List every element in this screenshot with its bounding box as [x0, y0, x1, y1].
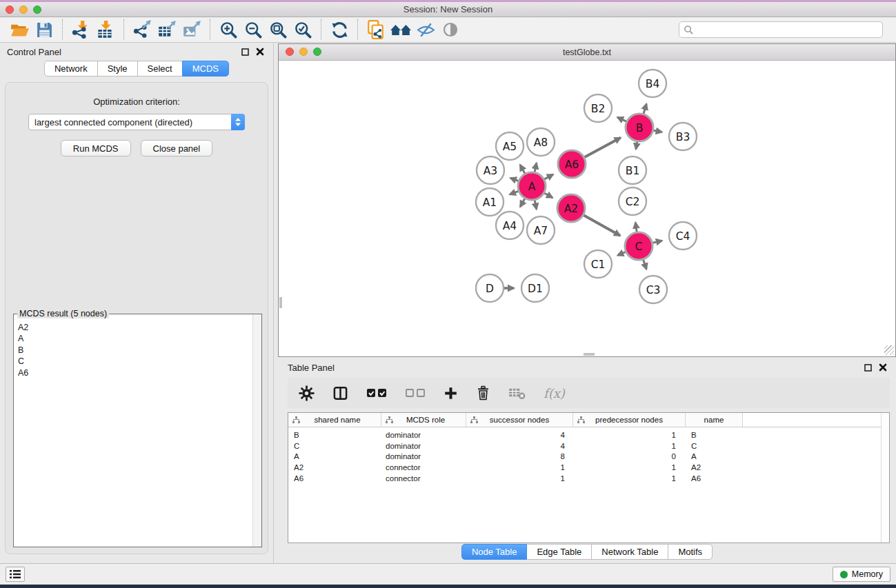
table-cell[interactable]: C: [686, 442, 743, 450]
mcds-result-item[interactable]: C: [18, 356, 261, 367]
graph-edge-A-A2[interactable]: [544, 193, 552, 198]
column-header-predecessor-nodes[interactable]: predecessor nodes: [573, 413, 686, 427]
mcds-list-scrollbar[interactable]: [252, 314, 261, 547]
graph-edge-A2-C[interactable]: [584, 215, 620, 236]
save-session-button[interactable]: [34, 19, 54, 40]
zoom-in-button[interactable]: [218, 19, 239, 40]
network-window-titlebar[interactable]: testGlobe.txt: [279, 44, 895, 61]
column-header-shared-name[interactable]: shared name: [288, 413, 381, 427]
graph-edge-C-C2[interactable]: [635, 223, 637, 232]
tab-edge-table[interactable]: Edge Table: [526, 544, 592, 560]
deselect-all-button[interactable]: [405, 387, 426, 398]
graph-edge-A-A1[interactable]: [510, 191, 518, 194]
table-row[interactable]: Cdominator41C: [288, 440, 889, 452]
export-image-button[interactable]: [181, 19, 202, 40]
graph-edge-A-A3[interactable]: [510, 178, 519, 181]
table-cell[interactable]: A6: [686, 474, 743, 483]
table-cell[interactable]: 1: [573, 442, 686, 450]
graph-node-B[interactable]: B: [626, 114, 653, 141]
show-panels-button[interactable]: [440, 19, 461, 40]
table-cell[interactable]: dominator: [381, 431, 466, 439]
table-cell[interactable]: dominator: [381, 452, 466, 460]
tab-mcds[interactable]: MCDS: [182, 61, 229, 77]
table-cell[interactable]: 1: [466, 474, 573, 483]
table-cell[interactable]: dominator: [381, 442, 466, 450]
table-row[interactable]: Bdominator41B: [288, 429, 889, 440]
delete-table-button[interactable]: [508, 387, 526, 400]
close-panel-button[interactable]: [254, 46, 266, 57]
graph-node-C1[interactable]: C1: [584, 250, 612, 278]
table-cell[interactable]: connector: [381, 474, 466, 483]
column-header-mcds-role[interactable]: MCDS role: [381, 413, 466, 427]
hide-panels-button[interactable]: [415, 19, 436, 40]
table-row[interactable]: A2connector11A2: [288, 462, 889, 473]
minimize-network-button[interactable]: [299, 48, 308, 56]
tab-network-table[interactable]: Network Table: [591, 544, 668, 560]
graph-node-B3[interactable]: B3: [669, 123, 697, 150]
column-visibility-button[interactable]: [332, 385, 348, 401]
graph-edge-B-B4[interactable]: [644, 104, 646, 114]
search-field[interactable]: [679, 21, 883, 38]
graph-edge-C-C3[interactable]: [644, 260, 647, 270]
table-cell[interactable]: C: [288, 442, 381, 450]
float-table-panel-button[interactable]: [862, 362, 874, 373]
zoom-selected-button[interactable]: [292, 19, 313, 40]
column-header-successor-nodes[interactable]: successor nodes: [466, 413, 573, 427]
graph-node-D1[interactable]: D1: [521, 274, 549, 302]
graph-node-C2[interactable]: C2: [619, 187, 646, 215]
close-table-panel-button[interactable]: [877, 362, 889, 373]
graph-edge-B-B3[interactable]: [654, 130, 662, 132]
float-panel-button[interactable]: [239, 46, 251, 57]
zoom-window-button[interactable]: [33, 6, 41, 14]
table-cell[interactable]: A: [288, 452, 381, 460]
table-cell[interactable]: B: [288, 431, 381, 439]
table-cell[interactable]: 0: [573, 452, 686, 460]
tab-style[interactable]: Style: [97, 61, 138, 77]
network-canvas[interactable]: B4B2BB3A8A5A6A3B1AC2A1A2A4A7C4CC1C3DD1: [279, 61, 895, 356]
home-layout-button[interactable]: [390, 19, 411, 40]
graph-node-A7[interactable]: A7: [527, 216, 555, 244]
criterion-dropdown[interactable]: largest connected component (directed): [28, 114, 245, 130]
table-cell[interactable]: A2: [686, 463, 743, 472]
resize-grip[interactable]: [884, 345, 894, 355]
tab-select[interactable]: Select: [137, 61, 183, 77]
graph-edge-A-A6[interactable]: [544, 174, 553, 179]
table-cell[interactable]: 1: [573, 463, 686, 472]
graph-edge-A-A8[interactable]: [535, 163, 537, 172]
dropdown-stepper[interactable]: [231, 114, 245, 130]
graph-node-B4[interactable]: B4: [639, 70, 666, 97]
zoom-out-button[interactable]: [243, 19, 263, 40]
graph-node-A4[interactable]: A4: [496, 212, 524, 239]
table-cell[interactable]: 4: [466, 431, 573, 439]
run-mcds-button[interactable]: Run MCDS: [61, 140, 131, 156]
zoom-network-button[interactable]: [313, 48, 321, 56]
add-column-button[interactable]: [444, 386, 458, 401]
tab-motifs[interactable]: Motifs: [668, 544, 713, 560]
table-cell[interactable]: A2: [288, 463, 381, 472]
mcds-result-item[interactable]: A: [18, 333, 261, 344]
mcds-result-item[interactable]: A2: [18, 322, 261, 333]
table-cell[interactable]: connector: [381, 463, 466, 472]
graph-node-D[interactable]: D: [476, 274, 504, 302]
zoom-fit-button[interactable]: [268, 19, 288, 40]
memory-status-button[interactable]: Memory: [833, 567, 890, 582]
graph-node-A[interactable]: A: [518, 172, 546, 200]
table-cell[interactable]: 1: [573, 474, 686, 483]
tab-network[interactable]: Network: [44, 61, 98, 77]
graph-node-A3[interactable]: A3: [477, 156, 504, 184]
table-cell[interactable]: B: [686, 431, 743, 439]
table-row[interactable]: A6connector11A6: [288, 473, 889, 484]
import-network-button[interactable]: [70, 19, 91, 40]
delete-column-button[interactable]: [476, 385, 490, 401]
table-cell[interactable]: 1: [466, 463, 573, 472]
graph-node-A2[interactable]: A2: [557, 194, 585, 222]
table-row[interactable]: Adominator80A: [288, 452, 889, 463]
import-table-button[interactable]: [95, 19, 116, 40]
table-cell[interactable]: 8: [466, 452, 573, 460]
scrollbar-thumb[interactable]: [584, 353, 595, 356]
table-cell[interactable]: 1: [573, 431, 686, 439]
graph-node-C[interactable]: C: [625, 232, 653, 260]
mcds-result-item[interactable]: B: [18, 345, 261, 356]
graph-edge-C-C1[interactable]: [617, 252, 625, 256]
graph-edge-A6-B[interactable]: [585, 138, 621, 157]
